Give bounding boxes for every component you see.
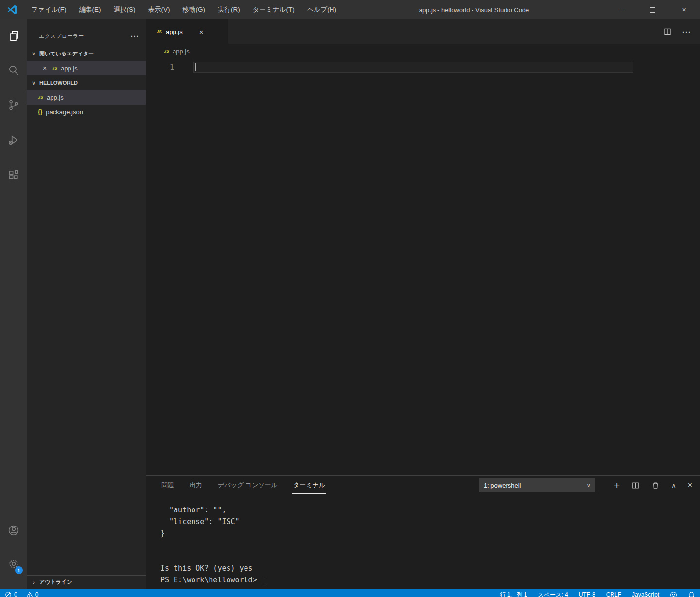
js-file-icon: JS (38, 95, 43, 100)
breadcrumb[interactable]: JS app.js (146, 44, 700, 58)
eol-status[interactable]: CRLF (606, 591, 621, 597)
menu-edit[interactable]: 編集(E) (73, 0, 107, 19)
warning-count: 0 (35, 591, 39, 597)
bottom-panel: 問題 出力 デバッグ コンソール ターミナル 1: powershell ∨ + (146, 475, 700, 589)
editor-more-actions-icon[interactable]: ··· (682, 28, 691, 36)
menu-run[interactable]: 実行(R) (211, 0, 246, 19)
vscode-logo-icon (6, 4, 18, 16)
notifications-bell-icon[interactable] (688, 591, 695, 597)
close-panel-icon[interactable]: × (688, 481, 692, 490)
menu-selection[interactable]: 選択(S) (107, 0, 142, 19)
maximize-button[interactable] (637, 0, 668, 19)
breadcrumb-item[interactable]: app.js (173, 48, 190, 55)
menu-help[interactable]: ヘルプ(H) (301, 0, 343, 19)
maximize-icon (650, 7, 655, 13)
explorer-icon[interactable] (0, 19, 27, 53)
open-editors-section-header[interactable]: ∨ 開いているエディター (27, 46, 146, 61)
tab-label: app.js (166, 28, 183, 35)
error-count: 0 (14, 591, 18, 597)
language-mode-status[interactable]: JavaScript (632, 591, 659, 597)
menu-bar: ファイル(F) 編集(E) 選択(S) 表示(V) 移動(G) 実行(R) ター… (25, 0, 343, 19)
run-debug-icon[interactable] (0, 123, 27, 158)
code-editor[interactable]: 1 (146, 58, 700, 475)
chevron-down-icon: ∨ (30, 79, 37, 87)
terminal-line: "author": "", (160, 504, 700, 516)
menu-file[interactable]: ファイル(F) (25, 0, 73, 19)
extensions-icon[interactable] (0, 158, 27, 193)
account-icon[interactable] (0, 513, 27, 548)
title-bar: ファイル(F) 編集(E) 選択(S) 表示(V) 移動(G) 実行(R) ター… (0, 0, 700, 19)
terminal-line: } (160, 527, 700, 539)
split-editor-icon[interactable] (663, 27, 672, 36)
settings-badge: 1 (15, 566, 23, 574)
outline-label: アウトライン (39, 579, 72, 586)
minimize-button[interactable]: ─ (605, 0, 637, 19)
current-line-highlight (193, 62, 633, 73)
json-file-icon: {} (38, 108, 42, 115)
js-file-icon: JS (157, 29, 162, 34)
terminal-selector[interactable]: 1: powershell ∨ (479, 478, 595, 492)
folder-name-label: HELLOWORLD (39, 80, 78, 86)
split-terminal-icon[interactable] (631, 481, 640, 490)
outline-section-header[interactable]: › アウトライン (27, 575, 146, 589)
text-cursor (195, 63, 196, 71)
menu-view[interactable]: 表示(V) (142, 0, 176, 19)
source-control-icon[interactable] (0, 88, 27, 123)
encoding-status[interactable]: UTF-8 (579, 591, 595, 597)
maximize-panel-icon[interactable]: ∧ (671, 482, 676, 489)
tab-problems[interactable]: 問題 (160, 476, 175, 494)
folder-section-header[interactable]: ∨ HELLOWORLD (27, 75, 146, 90)
chevron-down-icon: ∨ (587, 482, 591, 489)
indentation-status[interactable]: スペース: 4 (538, 591, 568, 597)
feedback-smiley-icon[interactable] (670, 591, 677, 597)
chevron-right-icon: › (30, 579, 37, 586)
status-bar: 0 0 行 1、列 1 スペース: 4 UTF-8 CRLF JavaScrip… (0, 589, 700, 597)
window-title: app.js - helloworld - Visual Studio Code (419, 6, 529, 14)
kill-terminal-icon[interactable] (651, 481, 660, 490)
new-terminal-icon[interactable]: + (614, 479, 620, 491)
sidebar-more-actions-icon[interactable]: ··· (131, 33, 139, 40)
terminal-selector-value: 1: powershell (484, 482, 587, 489)
tab-appjs[interactable]: JS app.js × (146, 19, 228, 44)
menu-terminal[interactable]: ターミナル(T) (246, 0, 301, 19)
js-file-icon: JS (52, 66, 57, 70)
editor-tab-bar: JS app.js × ··· (146, 19, 700, 44)
tab-terminal[interactable]: ターミナル (292, 476, 326, 494)
chevron-down-icon: ∨ (30, 50, 37, 57)
editor-group: JS app.js × ··· JS app.js (146, 19, 700, 475)
vscode-window: ファイル(F) 編集(E) 選択(S) 表示(V) 移動(G) 実行(R) ター… (0, 0, 700, 597)
warning-icon (26, 591, 33, 597)
tab-debug-console[interactable]: デバッグ コンソール (217, 476, 279, 494)
close-button[interactable]: × (668, 0, 700, 19)
terminal-prompt: PS E:\work\helloworld> (160, 574, 262, 586)
activity-bar: 1 (0, 19, 27, 589)
error-icon (5, 591, 12, 597)
close-tab-icon[interactable]: × (199, 28, 204, 36)
close-editor-icon[interactable]: × (41, 64, 49, 72)
tab-output[interactable]: 出力 (189, 476, 203, 494)
problems-status[interactable]: 0 0 (5, 591, 38, 597)
settings-gear-icon[interactable]: 1 (0, 548, 27, 580)
open-editor-item-appjs[interactable]: × JS app.js (27, 61, 146, 75)
sidebar-title: エクスプローラー (39, 33, 131, 40)
terminal-line: "license": "ISC" (160, 516, 700, 527)
panel-header: 問題 出力 デバッグ コンソール ターミナル 1: powershell ∨ + (146, 476, 700, 494)
js-file-icon: JS (164, 49, 169, 53)
terminal-output[interactable]: "author": "", "license": "ISC" } Is this… (146, 494, 700, 589)
line-number: 1 (146, 63, 179, 71)
open-editors-label: 開いているエディター (39, 50, 94, 57)
file-item-appjs[interactable]: JS app.js (27, 90, 146, 105)
open-editor-filename: app.js (61, 65, 78, 72)
terminal-line (160, 539, 700, 551)
file-name: package.json (46, 108, 83, 116)
file-name: app.js (47, 94, 64, 101)
menu-go[interactable]: 移動(G) (176, 0, 212, 19)
file-item-packagejson[interactable]: {} package.json (27, 105, 146, 119)
explorer-sidebar: エクスプローラー ··· ∨ 開いているエディター × JS app.js ∨ … (27, 19, 146, 589)
terminal-line: Is this OK? (yes) yes (160, 562, 700, 574)
search-icon[interactable] (0, 53, 27, 88)
terminal-cursor (262, 576, 266, 584)
cursor-position-status[interactable]: 行 1、列 1 (500, 591, 527, 597)
window-controls: ─ × (605, 0, 700, 19)
terminal-line (160, 551, 700, 562)
